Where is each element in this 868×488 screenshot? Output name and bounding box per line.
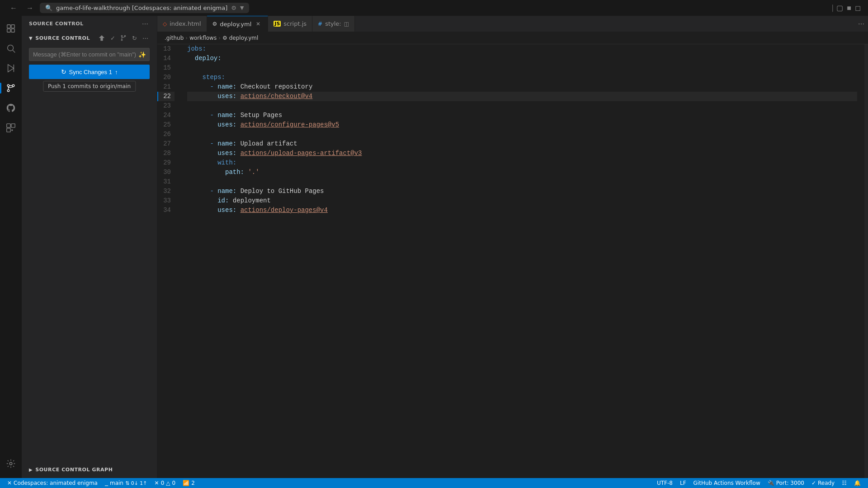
ln-27: 27 [157, 139, 175, 149]
sync-rotate-icon: ↻ [61, 68, 66, 75]
split-button[interactable]: ■ [847, 4, 851, 12]
code-line-29: with: [187, 158, 857, 168]
more-actions-button[interactable]: ⋯ [141, 19, 150, 28]
svg-rect-2 [7, 29, 10, 32]
status-encoding-label: UTF-8 [657, 480, 673, 486]
status-codespace-icon[interactable]: ☷ [838, 478, 850, 488]
sidebar-header-title: Source Control [29, 21, 84, 27]
status-sync-label: ⇅ 0↓ 1↑ [125, 480, 147, 486]
sync-button-wrapper: ↻ Sync Changes 1 ↑ Push 1 commits to ori… [29, 65, 150, 79]
branch-button[interactable] [119, 33, 128, 42]
overflow-button[interactable]: ⋯ [141, 33, 150, 42]
tab-script-js[interactable]: JS script.js [268, 16, 312, 32]
activity-run[interactable] [2, 59, 20, 77]
code-keyword-jobs: jobs: [187, 44, 206, 54]
status-line-ending[interactable]: LF [676, 478, 690, 488]
code-val-27: Upload artifact [236, 139, 297, 149]
refresh-button[interactable]: ↻ [130, 33, 139, 42]
status-port[interactable]: 🔌 Port: 3000 [764, 478, 808, 488]
activity-github[interactable] [2, 99, 20, 117]
code-line-31 [187, 177, 857, 187]
code-with-29: with: [217, 158, 236, 168]
status-language-label: GitHub Actions Workflow [693, 480, 760, 486]
ln-21: 21 [157, 82, 175, 92]
sync-changes-button[interactable]: ↻ Sync Changes 1 ↑ [29, 65, 150, 79]
titlebar-right: ⎹ ▢ ■ ◻ [826, 4, 861, 12]
activity-extensions[interactable] [2, 119, 20, 137]
sc-graph-header[interactable]: ▶ Source Control Graph [25, 465, 153, 474]
ln-30: 30 [157, 168, 175, 177]
activity-bar [0, 16, 22, 478]
ln-13: 13 [157, 44, 175, 54]
code-line-25: uses: actions/configure-pages@v5 [187, 120, 857, 130]
sparkle-icon: ✨ [138, 51, 146, 58]
activity-source-control[interactable] [2, 79, 20, 97]
editor-area: ◇ index.html ⚙ deploy.yml ✕ JS script.js… [157, 16, 868, 478]
tab-deploy-yml[interactable]: ⚙ deploy.yml ✕ [207, 16, 269, 32]
status-language[interactable]: GitHub Actions Workflow [690, 478, 764, 488]
svg-point-10 [12, 84, 14, 87]
breadcrumb-github[interactable]: .github [165, 35, 184, 41]
code-line-27: - name: Upload artifact [187, 139, 857, 149]
sync-arrow-icon: ↑ [115, 69, 118, 75]
tab-index-html[interactable]: ◇ index.html [157, 16, 207, 32]
status-remote[interactable]: 📶 2 [179, 478, 198, 488]
tab-close-deploy-yml[interactable]: ✕ [254, 20, 262, 28]
svg-rect-13 [11, 124, 15, 127]
code-url-28: actions/upload-pages-artifact@v3 [241, 149, 362, 158]
bell-icon: 🔔 [854, 480, 861, 486]
code-line-33: id: deployment [187, 196, 857, 206]
code-prop-deploy: deploy: [195, 54, 222, 63]
activity-settings[interactable] [2, 455, 20, 473]
scrollbar[interactable] [864, 44, 868, 478]
commit-message-input[interactable] [29, 48, 150, 61]
more-button[interactable]: ◻ [855, 4, 861, 12]
code-indent-21 [187, 82, 210, 92]
code-name-prop-27: name: [217, 139, 236, 149]
code-line-13: jobs: [187, 44, 857, 54]
code-dash-27: - [210, 139, 217, 149]
status-codespace[interactable]: ✕ Codespaces: animated enigma [4, 478, 101, 488]
panel-button[interactable]: ▢ [836, 4, 843, 12]
svg-line-5 [13, 50, 15, 52]
more-tab-actions-button[interactable]: ⋯ [858, 20, 864, 28]
sidebar-header: Source Control ⋯ [22, 16, 157, 32]
status-codespace-label: Codespaces: animated enigma [14, 480, 98, 486]
status-bar: ✕ Codespaces: animated enigma ⎯ main ⇅ 0… [0, 478, 868, 488]
svg-rect-14 [7, 128, 10, 132]
code-line-15 [187, 63, 857, 73]
titlebar-nav: ← → 🔍 game-of-life-walkthrough [Codespac… [7, 2, 249, 14]
layout-button[interactable]: ⎹ [826, 4, 833, 12]
status-errors[interactable]: ✕ 0 △ 0 [151, 478, 179, 488]
breadcrumb-deploy-yml[interactable]: deploy.yml [229, 35, 259, 41]
status-notifications[interactable]: 🔔 [850, 478, 864, 488]
branch-icon: ⎯ [105, 480, 108, 486]
commit-check-button[interactable]: ✓ [108, 33, 117, 42]
status-branch[interactable]: ⎯ main ⇅ 0↓ 1↑ [101, 478, 151, 488]
sc-section-header[interactable]: ▼ Source Control ✓ ↻ ⋯ [25, 32, 153, 44]
sync-button-label: Sync Changes 1 [69, 69, 112, 75]
activity-search[interactable] [2, 39, 20, 57]
breadcrumb-yml-icon: ⚙ [222, 35, 227, 41]
stage-all-button[interactable] [97, 33, 106, 42]
activity-explorer[interactable] [2, 19, 20, 38]
svg-point-15 [9, 462, 12, 465]
code-val-21: Checkout repository [236, 82, 312, 92]
main-container: Source Control ⋯ ▼ Source Control ✓ [0, 16, 868, 478]
sidebar-header-actions: ⋯ [141, 19, 150, 28]
back-button[interactable]: ← [7, 2, 20, 14]
status-encoding[interactable]: UTF-8 [653, 478, 676, 488]
tab-bar: ◇ index.html ⚙ deploy.yml ✕ JS script.js… [157, 16, 868, 32]
breadcrumb-workflows[interactable]: workflows [189, 35, 217, 41]
status-port-label: Port: 3000 [776, 480, 804, 486]
close-icon: ✕ [7, 480, 12, 486]
tab-style[interactable]: # style: ◫ [312, 16, 355, 32]
status-ready[interactable]: ✓ Ready [808, 478, 838, 488]
code-uses-prop-28: uses: [217, 149, 236, 158]
code-indent-27 [187, 139, 210, 149]
status-line-ending-label: LF [680, 480, 686, 486]
graph-chevron-right-icon: ▶ [29, 467, 33, 472]
code-indent-25 [187, 120, 217, 130]
line-numbers: 13 14 15 20 21 22 23 24 25 26 27 28 29 3… [157, 44, 180, 478]
forward-button[interactable]: → [24, 2, 36, 14]
